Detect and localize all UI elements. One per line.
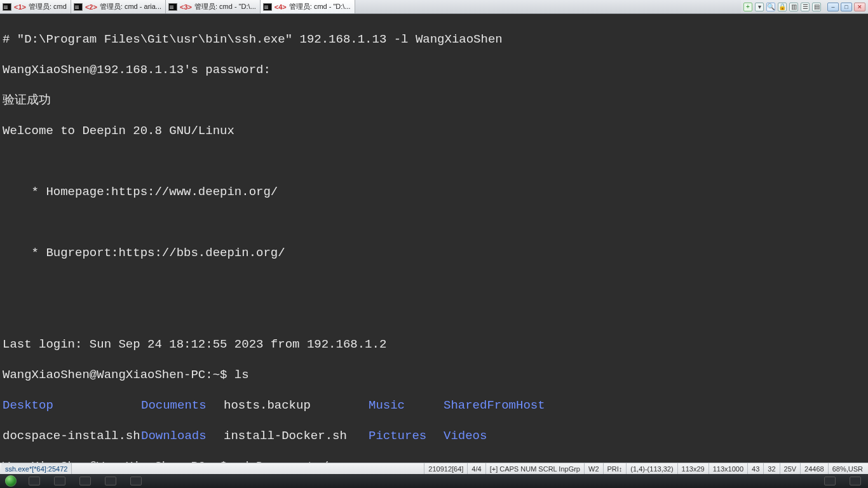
tab-4[interactable]: <4> 管理员: cmd - "D:\... [261,0,355,13]
status-spacer [72,463,424,474]
term-blank [3,276,865,291]
status-n2: 32 [764,463,780,474]
tab-3[interactable]: <3> 管理员: cmd - "D:\... [166,0,261,13]
windows-taskbar [0,474,868,488]
tab-2[interactable]: <2> 管理员: cmd - aria... [71,0,166,13]
status-pri: PRI↕ [604,463,627,474]
status-25v: 25V [780,463,801,474]
tab-label: 管理员: cmd - "D:\... [289,2,351,11]
tab-label: 管理员: cmd - "D:\... [194,2,256,11]
plus-icon[interactable]: + [743,3,752,11]
window-minimize-button[interactable]: – [827,3,839,11]
dropdown-icon[interactable]: ▾ [755,3,764,11]
status-region: (1,4)-(113,32) [627,463,677,474]
taskbar-item[interactable] [47,474,72,488]
status-keys: [+] CAPS NUM SCRL InpGrp [486,463,585,474]
app-icon [54,477,65,485]
panel1-icon[interactable]: ▥ [789,3,798,11]
tab-label: 管理员: cmd [29,2,67,11]
window-maximize-button[interactable]: □ [841,3,852,11]
tray-item[interactable] [817,474,843,488]
status-con: 113x29 [678,463,709,474]
panel3-icon[interactable]: ▤ [812,3,821,11]
term-prompt-line: WangXiaoShen@WangXiaoShen-PC:~$ ls [3,367,865,383]
status-buf: 113x1000 [709,463,748,474]
lock-icon[interactable]: 🔒 [778,3,787,11]
cmd-icon [168,3,177,11]
status-usr: 68%,USR [829,463,867,474]
start-button[interactable] [0,474,22,488]
ls-output-row: DesktopDocumentshosts.backupMusicSharedF… [3,398,865,413]
term-blank [3,154,865,169]
cmd-icon [263,3,272,11]
term-line: 验证成功 [3,93,865,108]
status-tabcount: 4/4 [468,463,485,474]
term-line: WangXiaoShen@192.168.1.13's password: [3,62,865,78]
tab-1[interactable]: <1> 管理员: cmd [0,0,71,13]
app-icon [105,477,116,485]
term-line: # "D:\Program Files\Git\usr\bin\ssh.exe"… [3,32,865,47]
status-mem: 24468 [801,463,829,474]
tab-index: <3> [180,3,192,11]
taskbar-item[interactable] [22,474,47,488]
app-icon [79,477,91,485]
app-icon [130,477,142,485]
terminal-viewport[interactable]: # "D:\Program Files\Git\usr\bin\ssh.exe"… [0,14,868,463]
app-icon [29,477,40,485]
tab-label: 管理员: cmd - aria... [100,2,161,11]
window-close-button[interactable]: ✕ [854,3,865,11]
tab-bar: <1> 管理员: cmd<2> 管理员: cmd - aria...<3> 管理… [0,0,868,14]
status-w2: W2 [585,463,604,474]
taskbar-item[interactable] [98,474,123,488]
term-blank [3,306,865,322]
taskbar-item[interactable] [72,474,98,488]
tray-icon [824,477,836,485]
panel2-icon[interactable]: ☰ [801,3,810,11]
ls-output-row: docspace-install.shDownloadsinstall-Dock… [3,428,865,444]
status-process: ssh.exe*[*64]:25472 [1,463,72,474]
taskbar-spacer [149,474,817,488]
cmd-icon [3,3,11,11]
tab-index: <4> [275,3,287,11]
taskbar-item[interactable] [123,474,149,488]
status-n1: 43 [748,463,764,474]
status-build: 210912[64] [424,463,468,474]
toolbar-right: + ▾ 🔍 🔒 ▥ ☰ ▤ – □ ✕ [741,0,868,13]
start-orb-icon [5,475,17,487]
term-blank [3,215,865,230]
tabbar-spacer [355,0,741,13]
tab-index: <2> [85,3,97,11]
search-icon[interactable]: 🔍 [766,3,775,11]
tab-index: <1> [14,3,26,11]
tray-item[interactable] [843,474,868,488]
term-line: Last login: Sun Sep 24 18:12:55 2023 fro… [3,337,865,352]
tray-icon [850,477,861,485]
status-bar: ssh.exe*[*64]:25472 210912[64] 4/4 [+] C… [0,463,868,474]
cmd-icon [74,3,83,11]
term-line: * Bugreport:https://bbs.deepin.org/ [3,245,865,261]
term-line: * Homepage:https://www.deepin.org/ [3,184,865,200]
term-line: Welcome to Deepin 20.8 GNU/Linux [3,123,865,139]
